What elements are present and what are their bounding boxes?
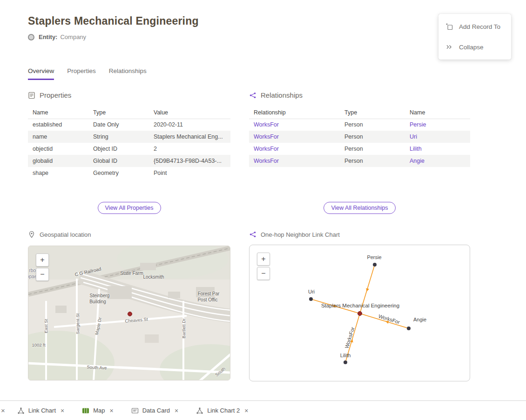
col-header-type: Type (88, 107, 149, 119)
map-scale-label: 1002 ft (32, 342, 45, 347)
col-header-name: Name (405, 107, 470, 119)
node-persie[interactable] (373, 263, 377, 267)
node-label: Lilith (340, 353, 351, 358)
relationships-icon (249, 92, 256, 99)
node-label: Uri (308, 289, 315, 294)
tab-overview[interactable]: Overview (28, 67, 54, 80)
prop-name: established (28, 119, 88, 131)
entity-link[interactable]: Persie (410, 121, 426, 128)
relationships-table: Relationship Type Name WorksFor Person P… (249, 107, 470, 167)
view-all-properties-button[interactable]: View All Properties (98, 202, 161, 214)
table-row: WorksFor Person Uri (249, 131, 470, 143)
table-row: globalid Global ID {5D9B4713-F98D-4A53-.… (28, 155, 230, 167)
relationship-link[interactable]: WorksFor (254, 146, 279, 152)
node-uri[interactable] (309, 297, 313, 301)
col-header-value: Value (149, 107, 230, 119)
card-tabs: Overview Properties Relationships (28, 67, 147, 80)
table-row: WorksFor Person Persie (249, 119, 470, 131)
menu-item-label: Collapse (459, 44, 484, 51)
data-card-header: Staplers Mechanical Engineering Entity: … (28, 15, 199, 40)
section-title: Relationships (261, 91, 303, 99)
close-icon[interactable]: × (1, 407, 5, 414)
section-title: One-hop Neighbor Link Chart (261, 231, 340, 238)
right-column: Relationships Relationship Type Name Wor… (249, 91, 470, 389)
section-title: Geospatial location (40, 231, 91, 238)
map-label: Forest Par (198, 291, 220, 296)
link-chart-icon (17, 407, 25, 414)
close-icon[interactable]: × (174, 407, 179, 414)
link-chart-view[interactable]: Persie Uri Lilith Angie Staplers Mechani… (249, 245, 470, 381)
zoom-out-button[interactable]: − (257, 267, 270, 280)
geospatial-section-header: Geospatial location (28, 231, 91, 238)
map-canvas[interactable] (28, 246, 230, 380)
close-icon[interactable]: × (109, 407, 115, 414)
add-record-icon (445, 23, 453, 30)
relationship-link[interactable]: WorksFor (254, 158, 279, 164)
rel-type: Person (340, 119, 405, 131)
tab-properties[interactable]: Properties (67, 67, 96, 80)
data-card-icon (131, 407, 139, 414)
prop-type: Global ID (88, 155, 149, 167)
prop-value: 2020-02-11 (149, 119, 230, 131)
tab-label: Link Chart 2 (207, 407, 240, 414)
map-view[interactable]: C G Railroad State Farm Locksmith Steinb… (28, 246, 230, 380)
prop-type: Geometry (88, 167, 149, 179)
prop-name: shape (28, 167, 88, 179)
one-hop-section-header: One-hop Neighbor Link Chart (249, 231, 340, 238)
tab-label: Map (93, 407, 105, 414)
map-marker[interactable] (128, 312, 132, 316)
prop-value: {5D9B4713-F98D-4A53-... (149, 155, 230, 167)
map-label: Locksmith (143, 274, 164, 280)
left-column: Properties Name Type Value established D… (28, 91, 230, 389)
close-icon[interactable]: × (243, 407, 249, 414)
node-lilith[interactable] (344, 360, 347, 364)
bottom-tab-bar: × Link Chart × Map × Data Card × (0, 400, 526, 420)
entity-row: Entity: Company (28, 33, 199, 40)
menu-item-add-record-to[interactable]: Add Record To (438, 16, 511, 37)
relationship-link[interactable]: WorksFor (254, 121, 279, 128)
prop-name: name (28, 131, 88, 143)
link-chart-icon (196, 407, 203, 414)
entity-dot-icon (28, 34, 34, 40)
zoom-in-button[interactable]: + (36, 253, 49, 267)
bottom-tab-link-chart-2[interactable]: Link Chart 2 × (196, 407, 249, 414)
relationship-link[interactable]: WorksFor (254, 133, 279, 140)
bottom-tab-data-card[interactable]: Data Card × (131, 407, 179, 414)
properties-table: Name Type Value established Date Only 20… (28, 107, 230, 179)
rel-type: Person (340, 131, 405, 143)
table-row: established Date Only 2020-02-11 (28, 119, 230, 131)
zoom-out-button[interactable]: − (36, 268, 49, 281)
map-zoom-controls: + − (36, 253, 49, 281)
tab-label: Data Card (142, 407, 170, 414)
entity-link[interactable]: Angie (410, 158, 425, 164)
tab-relationships[interactable]: Relationships (109, 67, 147, 80)
map-label: Steinberg (90, 293, 110, 298)
node-angie[interactable] (407, 327, 411, 330)
properties-icon (28, 92, 35, 99)
map-label: Post Offic (197, 297, 217, 302)
table-row: shape Geometry Point (28, 167, 230, 179)
prop-name: objectid (28, 143, 88, 155)
link-chart-canvas[interactable] (250, 245, 470, 381)
node-label: Persie (367, 254, 381, 260)
node-center-company[interactable] (358, 312, 362, 316)
bottom-tab-map[interactable]: Map × (82, 407, 114, 414)
zoom-in-button[interactable]: + (257, 253, 270, 266)
view-all-relationships-button[interactable]: View All Relationships (324, 202, 395, 214)
entity-link[interactable]: Uri (410, 133, 417, 140)
map-label: Sargent St (75, 313, 80, 334)
bottom-tab-link-chart[interactable]: Link Chart × (17, 407, 65, 414)
link-chart-icon (249, 231, 256, 238)
entity-link[interactable]: Lilith (410, 146, 422, 152)
map-icon (82, 407, 89, 414)
table-row: objectid Object ID 2 (28, 143, 230, 155)
prop-type: String (88, 131, 149, 143)
menu-item-collapse[interactable]: Collapse (438, 37, 511, 57)
table-header-row: Relationship Type Name (249, 107, 470, 119)
entity-type: Company (60, 33, 86, 40)
map-label: Building (89, 299, 106, 304)
prop-value: Point (149, 167, 230, 179)
close-icon[interactable]: × (60, 407, 65, 414)
table-row: WorksFor Person Lilith (249, 143, 470, 155)
col-header-type: Type (340, 107, 405, 119)
